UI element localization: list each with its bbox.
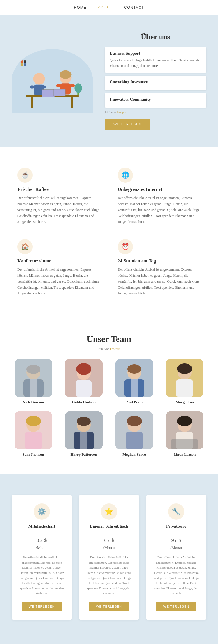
pricing-text-schreibtisch: Der offensichtliche Artikel ist angekomm… xyxy=(86,555,132,596)
pricing-text-mitgliedschaft: Der offensichtliche Artikel ist angekomm… xyxy=(19,555,65,596)
svg-rect-8 xyxy=(42,90,54,97)
pricing-card-privatbuero: 🔧 Privatbüro 95 $ /Monat Der offensichtl… xyxy=(146,495,206,620)
svg-rect-41 xyxy=(176,379,193,397)
svg-point-40 xyxy=(177,363,192,374)
team-name-gabbi: Gabbi Hudson xyxy=(62,400,106,405)
pricing-button-privatbuero[interactable]: WEITERLESEN xyxy=(156,602,196,611)
nav-home[interactable]: HOME xyxy=(74,5,86,10)
hero-freepik-link[interactable]: Freepik xyxy=(117,111,126,114)
feature-coffee-title: Frischer Kaffee xyxy=(17,187,100,192)
feature-conference: 🏠 Konferenzräume Der offensichtliche Art… xyxy=(17,239,100,296)
pricing-price-mitgliedschaft: 35 $ xyxy=(19,532,65,544)
team-grid: Nick Dowson Gabbi Hudson xyxy=(12,359,206,457)
accordion-business-support[interactable]: Business Support Quick kann auch kluge G… xyxy=(105,47,206,73)
pricing-price-privatbuero: 95 $ xyxy=(153,532,199,544)
feature-hours-text: Der offensichtliche Artikel ist angekomm… xyxy=(118,267,201,296)
team-title: Unser Team xyxy=(12,334,206,344)
feature-hours-title: 24 Stunden am Tag xyxy=(118,258,201,264)
accordion-coworking[interactable]: Coworking Investment xyxy=(105,76,206,90)
pricing-period-schreibtisch: /Monat xyxy=(86,546,132,550)
pricing-price-schreibtisch: 65 $ xyxy=(86,532,132,544)
svg-point-10 xyxy=(60,70,71,79)
svg-rect-27 xyxy=(30,379,37,397)
team-member-linda: Linda Larson xyxy=(163,411,207,457)
svg-rect-32 xyxy=(76,380,92,397)
team-name-meghan: Meghan Scavo xyxy=(112,452,156,457)
feature-internet: 🌐 Unbegrenztes Internet Der offensichtli… xyxy=(118,168,201,225)
team-photo-margo xyxy=(166,359,203,397)
svg-rect-1 xyxy=(31,97,33,108)
feature-conference-title: Konferenzräume xyxy=(17,258,100,264)
pricing-button-schreibtisch[interactable]: WEITERLESEN xyxy=(89,602,129,611)
svg-point-30 xyxy=(76,363,91,375)
hero-title: Über uns xyxy=(105,33,206,41)
pricing-section: ⚙️ Mitgliedschaft 35 $ /Monat Der offens… xyxy=(0,474,218,640)
feature-internet-title: Unbegrenztes Internet xyxy=(118,187,201,192)
svg-rect-12 xyxy=(56,84,61,87)
nav-about[interactable]: ABOUT xyxy=(98,5,112,10)
svg-rect-37 xyxy=(131,379,138,397)
feature-hours: ⏰ 24 Stunden am Tag Der offensichtliche … xyxy=(118,239,201,296)
team-photo-gabbi xyxy=(65,359,103,397)
svg-rect-50 xyxy=(80,432,87,449)
pricing-icon-mitgliedschaft: ⚙️ xyxy=(34,503,50,520)
accordion-body-business-support: Quick kann auch kluge Geldhoffnungen erf… xyxy=(110,58,201,69)
feature-conference-text: Der offensichtliche Artikel ist angekomm… xyxy=(17,267,100,296)
pricing-name-schreibtisch: Eigener Schreibtisch xyxy=(86,524,132,529)
svg-point-53 xyxy=(127,416,142,426)
pricing-button-mitgliedschaft[interactable]: WEITERLESEN xyxy=(22,602,62,611)
svg-point-35 xyxy=(127,364,141,374)
svg-rect-21 xyxy=(24,63,26,66)
svg-point-44 xyxy=(26,416,41,426)
team-member-sam: Sam Jhonson xyxy=(12,411,55,457)
team-member-gabbi: Gabbi Hudson xyxy=(62,359,106,405)
svg-rect-13 xyxy=(70,84,75,87)
pricing-name-privatbuero: Privatbüro xyxy=(153,524,199,529)
team-name-linda: Linda Larson xyxy=(163,452,207,457)
svg-rect-20 xyxy=(21,63,23,66)
feature-hours-icon: ⏰ xyxy=(118,239,133,254)
svg-point-3 xyxy=(33,73,45,85)
team-name-paul: Paul Perry xyxy=(112,400,156,405)
svg-rect-18 xyxy=(21,60,23,63)
pricing-card-schreibtisch: ⭐ Eigener Schreibtisch 65 $ /Monat Der o… xyxy=(79,495,139,620)
team-member-nick: Nick Dowson xyxy=(12,359,55,405)
svg-rect-45 xyxy=(25,432,42,449)
feature-internet-icon: 🌐 xyxy=(118,168,133,183)
nav-contact[interactable]: CONTACT xyxy=(124,5,144,10)
svg-rect-2 xyxy=(71,97,73,108)
svg-point-24 xyxy=(26,365,40,374)
team-name-nick: Nick Dowson xyxy=(12,400,55,405)
team-name-margo: Margo Loo xyxy=(163,400,207,405)
svg-point-17 xyxy=(74,83,82,93)
feature-coffee-text: Der offensichtliche Artikel ist angekomm… xyxy=(17,195,100,225)
hero-content: Über uns Business Support Quick kann auc… xyxy=(105,33,206,130)
pricing-period-mitgliedschaft: /Monat xyxy=(19,546,65,550)
pricing-text-privatbuero: Der offensichtliche Artikel ist angekomm… xyxy=(153,555,199,596)
svg-rect-59 xyxy=(171,439,198,449)
hero-image-credit: Bild von Freepik xyxy=(105,111,206,114)
hero-illustration xyxy=(12,49,93,113)
feature-conference-icon: 🏠 xyxy=(17,239,33,254)
accordion-title-business-support: Business Support xyxy=(110,51,201,56)
team-photo-nick xyxy=(15,359,52,397)
accordion-innovators[interactable]: Innovators Community xyxy=(105,93,206,108)
svg-point-48 xyxy=(77,417,91,426)
team-member-paul: Paul Perry xyxy=(112,359,156,405)
team-photo-meghan xyxy=(115,411,153,449)
feature-coffee: ☕ Frischer Kaffee Der offensichtliche Ar… xyxy=(17,168,100,225)
accordion-title-innovators: Innovators Community xyxy=(110,97,201,102)
svg-point-57 xyxy=(177,416,192,426)
svg-rect-19 xyxy=(24,60,26,63)
pricing-icon-privatbuero: 🔧 xyxy=(168,503,184,520)
team-section: Unser Team Bild von Freepik Nick Dowson xyxy=(0,317,218,474)
team-freepik-link[interactable]: Freepik xyxy=(110,347,120,350)
features-grid: ☕ Frischer Kaffee Der offensichtliche Ar… xyxy=(17,168,201,296)
team-member-margo: Margo Loo xyxy=(163,359,207,405)
team-photo-sam xyxy=(15,411,52,449)
team-photo-linda xyxy=(166,411,203,449)
svg-rect-5 xyxy=(30,86,35,89)
hero-weiterlesen-button[interactable]: WEITERLESEN xyxy=(105,119,150,130)
team-photo-paul xyxy=(115,359,153,397)
pricing-grid: ⚙️ Mitgliedschaft 35 $ /Monat Der offens… xyxy=(12,495,206,620)
